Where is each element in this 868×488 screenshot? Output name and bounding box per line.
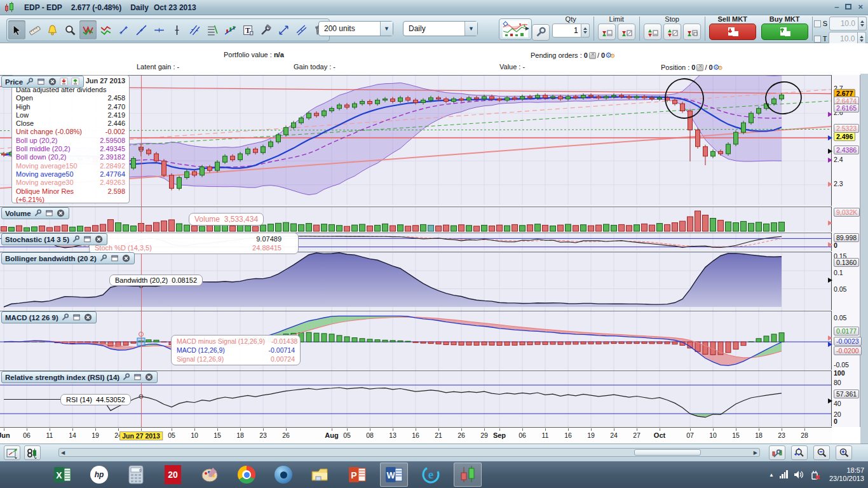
wrench-icon[interactable] [98, 254, 108, 263]
tool-measure-arrows-button[interactable] [275, 20, 292, 39]
chevron-down-icon[interactable]: ▼ [465, 22, 477, 36]
tool-pattern-channel-button[interactable] [97, 20, 114, 39]
taskbar-clock[interactable]: 18:57 23/10/2013 [829, 466, 864, 483]
scroll-right-arrow-icon[interactable]: ▶ [754, 450, 757, 456]
tool-ruler-button[interactable] [26, 20, 43, 39]
clear-position-icon[interactable] [696, 64, 703, 71]
tool-auto-trend-button[interactable] [222, 20, 239, 39]
detach-window-icon[interactable] [110, 254, 119, 263]
taskbar-hp-icon[interactable]: hp [85, 463, 113, 487]
network-signal-icon[interactable] [780, 471, 788, 478]
price-scale-column[interactable]: 2.72.6772.64742.61652.62.53232.4962.4386… [832, 75, 860, 427]
wrench-icon[interactable] [121, 372, 131, 382]
close-icon[interactable] [83, 313, 93, 322]
tool-trendline-button[interactable] [133, 20, 150, 39]
tool-text-button[interactable]: T [240, 20, 257, 39]
price-info-row: Low2.419 [16, 111, 125, 119]
power-plug-icon[interactable] [810, 470, 821, 480]
buy-arrow-icon[interactable] [71, 77, 80, 86]
wrench-icon[interactable] [33, 208, 43, 218]
taskbar-chrome-icon[interactable] [233, 463, 261, 487]
trading-settings-button[interactable] [532, 24, 550, 41]
link-instrument-button[interactable] [24, 445, 41, 460]
chart-display-settings-button[interactable] [769, 445, 785, 460]
wrench-icon[interactable] [25, 77, 34, 86]
axis-tick [637, 428, 637, 431]
stop-order-button-2[interactable] [663, 24, 681, 40]
tool-horizontal-segment-button[interactable] [151, 20, 168, 39]
close-button[interactable]: × [858, 2, 863, 11]
gear-icon[interactable]: ⚙ [610, 53, 615, 59]
stop-order-button-1[interactable] [644, 24, 661, 40]
zoom-in-button[interactable] [836, 445, 852, 460]
close-icon[interactable] [94, 234, 104, 244]
detach-window-icon[interactable] [36, 77, 46, 86]
wrench-icon[interactable] [60, 313, 70, 322]
volume-panel[interactable] [0, 207, 832, 232]
stop-distance-stepper[interactable]: 10.0 [829, 17, 867, 30]
taskbar-paint-icon[interactable] [196, 463, 224, 487]
detach-window-icon[interactable] [72, 313, 81, 322]
stop-checkbox[interactable] [814, 20, 821, 27]
tool-pattern-bear-button[interactable] [79, 20, 97, 39]
taskbar-veinte-icon[interactable]: 20 [159, 463, 187, 487]
export-chart-button[interactable] [4, 445, 20, 460]
chevron-down-icon[interactable]: ▼ [380, 22, 393, 36]
sell-limit-order-button[interactable] [618, 24, 635, 40]
taskbar-ring-icon[interactable] [269, 463, 297, 487]
tool-parallel-lines-button[interactable] [186, 20, 203, 39]
zoom-fit-button[interactable] [791, 445, 808, 460]
taskbar-excel-icon[interactable]: X [48, 463, 76, 487]
trading-panel-collapse-handle[interactable]: ▶ [526, 15, 532, 41]
taskbar-powerpoint-icon[interactable]: P [343, 463, 371, 487]
tool-segment-button[interactable] [115, 20, 132, 39]
horizontal-scrollbar[interactable]: ◀ ▶ [58, 448, 760, 457]
taskbar-word-icon[interactable]: W [380, 463, 408, 487]
period-select[interactable]: Daily ▼ [403, 21, 478, 36]
svg-text:e: e [428, 468, 433, 481]
taskbar-explorer-icon[interactable] [306, 463, 334, 487]
stop-order-button-3[interactable] [683, 24, 701, 40]
qty-value[interactable]: 1 [552, 24, 581, 37]
quantity-stepper[interactable]: 1 [552, 24, 590, 37]
scrollbar-thumb[interactable] [634, 449, 701, 456]
tool-oblique-parallel-button[interactable] [293, 20, 310, 39]
close-icon[interactable] [48, 77, 57, 86]
hidden-icons-chevron[interactable]: ▲ [769, 472, 774, 478]
detach-window-icon[interactable] [83, 234, 92, 244]
scroll-left-arrow-icon[interactable]: ◀ [61, 450, 65, 456]
value: Value : - [499, 63, 525, 71]
minimize-button[interactable]: – [834, 2, 839, 11]
macd-panel[interactable] [0, 311, 832, 370]
tool-cursor-button[interactable] [8, 20, 25, 39]
taskbar-trading-app-icon[interactable] [454, 463, 482, 487]
tool-vertical-line-button[interactable] [168, 20, 186, 39]
restore-button[interactable] [845, 2, 851, 11]
close-icon[interactable] [144, 372, 154, 382]
taskbar-calculator-icon[interactable]: 0 [122, 463, 150, 487]
zoom-out-button[interactable] [813, 445, 830, 460]
tool-zoom-button[interactable] [62, 20, 79, 39]
scale-label: 2.3 [834, 180, 843, 187]
clear-pending-icon[interactable] [589, 52, 596, 59]
sell-arrow-icon[interactable] [59, 77, 69, 86]
buy-limit-order-button[interactable] [598, 24, 616, 40]
units-select[interactable]: 200 units ▼ [318, 21, 393, 36]
tool-fibonacci-button[interactable] [204, 20, 221, 39]
time-axis: Jun0611141924Jun 27 2013051015182326Aug0… [0, 427, 832, 444]
stochastic-panel-title: Stochastic (14 3 5) [5, 236, 69, 243]
close-icon[interactable] [121, 254, 131, 263]
gear-icon[interactable]: ⚙ [717, 65, 722, 71]
tool-tools-button[interactable] [257, 20, 275, 39]
speaker-icon[interactable] [794, 470, 804, 479]
sell-market-button[interactable] [709, 24, 756, 40]
taskbar-ie-icon[interactable]: e [417, 463, 445, 487]
axis-tick [393, 428, 393, 431]
wrench-icon[interactable] [71, 234, 81, 244]
buy-market-button[interactable] [761, 24, 808, 40]
tool-alert-button[interactable] [44, 20, 61, 39]
detach-window-icon[interactable] [44, 208, 54, 218]
trailing-checkbox[interactable] [814, 36, 821, 43]
detach-window-icon[interactable] [133, 372, 142, 382]
close-icon[interactable] [56, 208, 65, 218]
